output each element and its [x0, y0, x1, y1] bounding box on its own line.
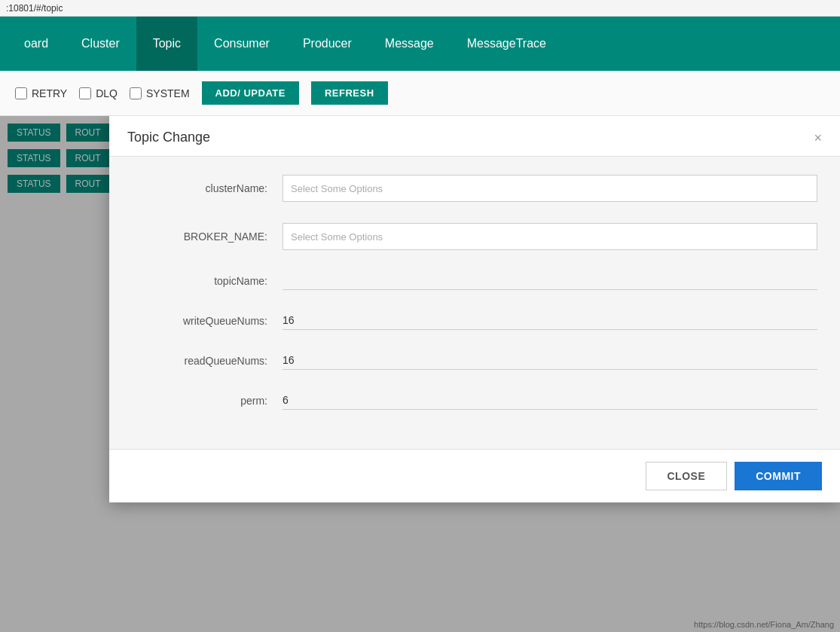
browser-url: :10801/#/topic — [6, 3, 63, 14]
cluster-name-select[interactable]: Select Some Options — [283, 175, 817, 202]
toolbar: RETRY DLQ SYSTEM ADD/ UPDATE REFRESH — [0, 71, 840, 116]
retry-label: RETRY — [32, 87, 67, 99]
footer-link: https://blog.csdn.net/Fiona_Am/Zhang — [694, 620, 834, 629]
nav-item-topic[interactable]: Topic — [136, 17, 197, 71]
retry-checkbox-group: RETRY — [15, 87, 67, 99]
cluster-name-control: Select Some Options — [283, 175, 817, 202]
modal-close-x-button[interactable]: × — [814, 131, 822, 145]
commit-button[interactable]: COMMIT — [735, 462, 822, 490]
navbar: oard Cluster Topic Consumer Producer Mes… — [0, 17, 840, 71]
write-queue-control — [283, 311, 817, 330]
cluster-name-placeholder: Select Some Options — [291, 183, 383, 194]
modal-dialog: Topic Change × clusterName: Select Some … — [109, 116, 840, 502]
system-checkbox-group: SYSTEM — [130, 87, 190, 99]
refresh-button[interactable]: REFRESH — [311, 81, 388, 105]
broker-name-row: BROKER_NAME: Select Some Options — [132, 223, 817, 250]
retry-checkbox[interactable] — [15, 87, 27, 99]
write-queue-input[interactable] — [283, 311, 817, 330]
system-checkbox[interactable] — [130, 87, 142, 99]
cluster-name-label: clusterName: — [132, 182, 283, 194]
read-queue-label: readQueueNums: — [132, 355, 283, 367]
nav-item-messagetrace[interactable]: MessageTrace — [451, 17, 563, 71]
topic-name-row: topicName: — [132, 271, 817, 290]
nav-item-consumer[interactable]: Consumer — [197, 17, 286, 71]
modal-footer: CLOSE COMMIT — [109, 449, 840, 502]
read-queue-row: readQueueNums: — [132, 351, 817, 370]
write-queue-row: writeQueueNums: — [132, 311, 817, 330]
nav-item-message[interactable]: Message — [368, 17, 451, 71]
read-queue-input[interactable] — [283, 351, 817, 370]
dlq-checkbox-group: DLQ — [79, 87, 118, 99]
browser-bar: :10801/#/topic — [0, 0, 840, 17]
broker-name-select[interactable]: Select Some Options — [283, 223, 817, 250]
modal-overlay: Topic Change × clusterName: Select Some … — [0, 116, 840, 632]
nav-item-producer[interactable]: Producer — [286, 17, 368, 71]
close-button[interactable]: CLOSE — [646, 462, 728, 490]
perm-label: perm: — [132, 395, 283, 407]
read-queue-control — [283, 351, 817, 370]
perm-control — [283, 391, 817, 410]
nav-item-cluster[interactable]: Cluster — [65, 17, 136, 71]
content-area: STATUS ROUT STATUS ROUT STATUS ROUT Topi… — [0, 116, 840, 632]
modal-title: Topic Change — [127, 130, 210, 145]
modal-header: Topic Change × — [109, 116, 840, 157]
broker-name-control: Select Some Options — [283, 223, 817, 250]
topic-name-label: topicName: — [132, 275, 283, 287]
write-queue-label: writeQueueNums: — [132, 315, 283, 327]
topic-name-input[interactable] — [283, 271, 817, 290]
add-update-button[interactable]: ADD/ UPDATE — [202, 81, 299, 105]
perm-input[interactable] — [283, 391, 817, 410]
nav-item-oard[interactable]: oard — [8, 17, 65, 71]
perm-row: perm: — [132, 391, 817, 410]
dlq-label: DLQ — [96, 87, 118, 99]
system-label: SYSTEM — [146, 87, 190, 99]
dlq-checkbox[interactable] — [79, 87, 91, 99]
topic-name-control — [283, 271, 817, 290]
modal-body: clusterName: Select Some Options BROKER_… — [109, 157, 840, 449]
broker-name-placeholder: Select Some Options — [291, 231, 383, 243]
broker-name-label: BROKER_NAME: — [132, 231, 283, 243]
cluster-name-row: clusterName: Select Some Options — [132, 175, 817, 202]
